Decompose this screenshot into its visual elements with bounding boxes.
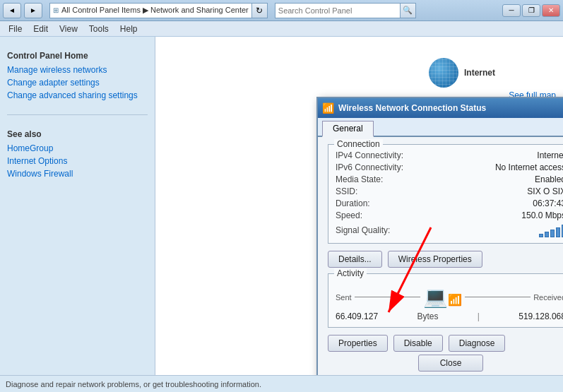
bytes-received: 519.128.068: [518, 311, 563, 321]
bytes-separator: |: [478, 311, 480, 321]
activity-computers-icon: 💻📶: [423, 285, 462, 309]
bytes-row: 66.409.127 Bytes | 519.128.068: [336, 311, 563, 321]
ipv6-row: IPv6 Connectivity: No Internet access: [336, 162, 563, 172]
ssid-value: SIX O SIX: [527, 186, 563, 196]
back-button[interactable]: ◄: [3, 3, 21, 18]
ipv4-value: Internet: [537, 150, 563, 160]
status-bar: Diagnose and repair network problems, or…: [0, 375, 563, 392]
received-label: Received: [533, 293, 563, 302]
activity-line-left: [355, 297, 420, 297]
sidebar-link-advanced-sharing[interactable]: Change advanced sharing settings: [7, 90, 148, 100]
sidebar-title: Control Panel Home: [7, 51, 148, 61]
signal-bar-2: [545, 232, 549, 237]
media-state-row: Media State: Enabled: [336, 174, 563, 184]
search-bar: 🔍: [275, 3, 416, 18]
menu-help[interactable]: Help: [114, 23, 143, 35]
signal-bar-1: [539, 234, 543, 237]
menu-view[interactable]: View: [54, 23, 83, 35]
sidebar-link-windows-firewall[interactable]: Windows Firewall: [7, 169, 148, 179]
bytes-label: Bytes: [417, 311, 438, 321]
title-bar-left: ◄ ► ⊞ All Control Panel Items ▶ Network …: [3, 3, 416, 18]
disable-button[interactable]: Disable: [393, 335, 443, 352]
address-content[interactable]: ⊞ All Control Panel Items ▶ Network and …: [49, 3, 252, 18]
activity-line-right: [465, 297, 531, 297]
address-bar: ⊞ All Control Panel Items ▶ Network and …: [49, 3, 268, 18]
close-bottom-button[interactable]: Close: [418, 355, 484, 372]
media-state-value: Enabled: [535, 174, 563, 184]
activity-section-title: Activity: [334, 268, 367, 278]
signal-bars: [539, 223, 563, 237]
main-content: Control Panel Home Manage wireless netwo…: [0, 37, 563, 375]
dialog-title-left: 📶 Wireless Network Connection Status: [322, 102, 486, 114]
ipv6-label: IPv6 Connectivity:: [336, 162, 403, 172]
speed-row: Speed: 150.0 Mbps: [336, 210, 563, 220]
speed-label: Speed:: [336, 210, 362, 220]
menu-tools[interactable]: Tools: [83, 23, 114, 35]
restore-button[interactable]: ❐: [522, 4, 540, 17]
dialog-title: Wireless Network Connection Status: [338, 103, 486, 113]
network-globe: [429, 58, 458, 88]
tab-general[interactable]: General: [322, 121, 374, 137]
activity-icons-row: Sent 💻📶 Received: [336, 285, 563, 309]
wireless-properties-button[interactable]: Wireless Properties: [388, 251, 482, 268]
close-button[interactable]: ✕: [542, 4, 560, 17]
search-input[interactable]: [275, 3, 401, 18]
signal-bar-3: [550, 230, 555, 237]
ipv4-row: IPv4 Connectivity: Internet: [336, 150, 563, 160]
dialog-signal-icon: 📶: [322, 102, 334, 114]
dialog-body: Connection IPv4 Connectivity: Internet I…: [318, 137, 563, 375]
refresh-button[interactable]: ↻: [252, 3, 268, 18]
sidebar-link-adapter-settings[interactable]: Change adapter settings: [7, 78, 148, 88]
detail-buttons-row: Details... Wireless Properties: [328, 251, 563, 268]
duration-value: 06:37:43: [533, 198, 563, 208]
signal-quality-row: Signal Quality:: [336, 223, 563, 237]
see-also-section: See also HomeGroup Internet Options Wind…: [7, 114, 148, 179]
action-buttons-row: Properties Disable Diagnose: [328, 335, 563, 352]
menu-edit[interactable]: Edit: [28, 23, 54, 35]
title-bar: ◄ ► ⊞ All Control Panel Items ▶ Network …: [0, 0, 563, 21]
ipv4-label: IPv4 Connectivity:: [336, 150, 403, 160]
properties-button[interactable]: Properties: [328, 335, 388, 352]
wireless-status-dialog: 📶 Wireless Network Connection Status ✕ G…: [316, 97, 563, 375]
activity-section: Activity Sent 💻📶 Received 66.409.127 Byt…: [328, 273, 563, 328]
signal-quality-label: Signal Quality:: [336, 225, 390, 235]
menu-bar: File Edit View Tools Help: [0, 21, 563, 37]
sidebar-link-internet-options[interactable]: Internet Options: [7, 156, 148, 166]
address-path: All Control Panel Items ▶ Network and Sh…: [61, 6, 249, 15]
ipv6-value: No Internet access: [495, 162, 563, 172]
diagnose-button[interactable]: Diagnose: [449, 335, 506, 352]
status-text: Diagnose and repair network problems, or…: [6, 380, 261, 388]
dialog-tabs: General: [318, 118, 563, 137]
dialog-title-bar: 📶 Wireless Network Connection Status ✕: [318, 98, 563, 118]
details-button[interactable]: Details...: [328, 251, 382, 268]
sent-label: Sent: [336, 293, 352, 302]
ssid-label: SSID:: [336, 186, 357, 196]
sidebar: Control Panel Home Manage wireless netwo…: [0, 37, 155, 375]
sidebar-link-manage-wireless[interactable]: Manage wireless networks: [7, 65, 148, 75]
minimize-button[interactable]: ─: [502, 4, 521, 17]
bytes-sent: 66.409.127: [336, 311, 378, 321]
media-state-label: Media State:: [336, 174, 383, 184]
internet-label: Internet: [464, 68, 495, 78]
window-controls: ─ ❐ ✕: [502, 4, 560, 17]
speed-value: 150.0 Mbps: [521, 210, 563, 220]
duration-label: Duration:: [336, 198, 370, 208]
menu-file[interactable]: File: [3, 23, 28, 35]
see-also-title: See also: [7, 129, 148, 139]
ssid-row: SSID: SIX O SIX: [336, 186, 563, 196]
dialog-close-bottom: Close: [328, 355, 563, 372]
signal-bar-4: [556, 227, 560, 237]
duration-row: Duration: 06:37:43: [336, 198, 563, 208]
forward-button[interactable]: ►: [24, 3, 42, 18]
content-area: Internet See full map Connect or disconn…: [155, 37, 563, 375]
connection-section-title: Connection: [334, 139, 383, 149]
search-button[interactable]: 🔍: [401, 3, 416, 18]
connection-section: Connection IPv4 Connectivity: Internet I…: [328, 144, 563, 244]
address-icon: ⊞: [53, 6, 59, 14]
sidebar-link-homegroup[interactable]: HomeGroup: [7, 143, 148, 153]
